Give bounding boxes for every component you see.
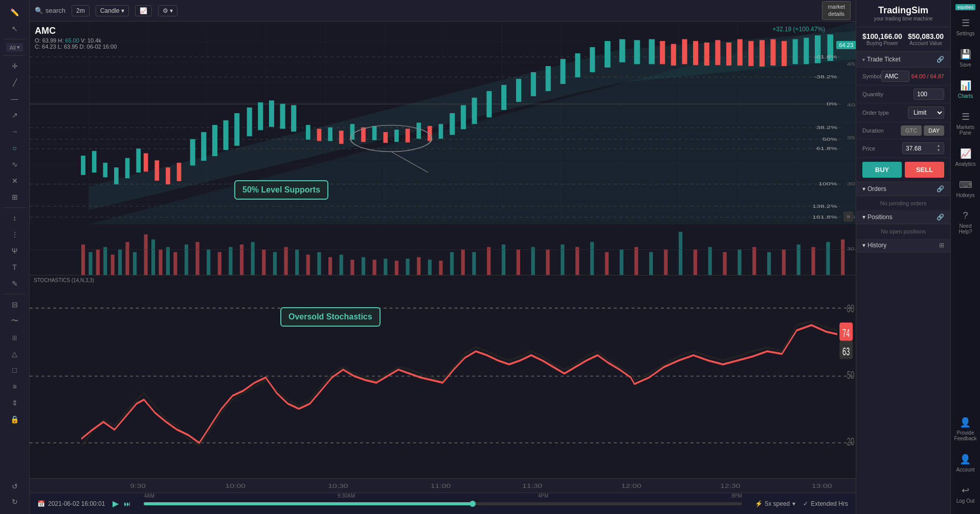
chart-type-button[interactable]: Candle ▾	[96, 5, 129, 16]
chart-svg-wrapper[interactable]: +32.19 (+100.47%) 64.23	[30, 22, 856, 224]
trade-ticket-link-icon[interactable]: 🔗	[937, 56, 944, 63]
cursor-tool[interactable]: ↖	[7, 22, 23, 36]
timeline-knob[interactable]	[470, 501, 476, 507]
redo-icon[interactable]: ↻	[7, 495, 23, 509]
sidebar-item-feedback[interactable]: 👤 ProvideFeedback	[954, 411, 977, 447]
ray-tool[interactable]: ↗	[7, 108, 23, 122]
price-up-arrow[interactable]: ▲	[937, 144, 941, 148]
note-tool[interactable]: ✎	[7, 276, 23, 291]
svg-rect-23	[190, 139, 195, 165]
sidebar-item-logout[interactable]: ↩ Log Out	[954, 479, 977, 510]
horizontal-line-tool[interactable]: —	[7, 92, 23, 106]
positions-collapse-icon[interactable]: ▾	[862, 213, 865, 221]
order-type-select[interactable]: Limit Market Stop	[908, 106, 944, 119]
price-down-arrow[interactable]: ▼	[937, 148, 941, 153]
history-collapse-icon[interactable]: ▾	[862, 242, 865, 249]
duration-buttons: GTC DAY	[901, 125, 944, 136]
undo-icon[interactable]: ↺	[7, 479, 23, 494]
speed-indicator[interactable]: ⚡ 5x speed ▾	[755, 500, 796, 507]
play-controls: ▶ ⏭	[113, 499, 131, 508]
svg-rect-30	[270, 101, 274, 127]
gtc-button[interactable]: GTC	[901, 125, 922, 136]
volume-label: V:	[81, 37, 87, 44]
analytics-icon: 📈	[960, 148, 971, 159]
fib-tool[interactable]: ↕	[7, 211, 23, 225]
sidebar-item-need-help[interactable]: ? NeedHelp?	[951, 204, 980, 241]
chart-style-button[interactable]: 📈	[135, 5, 152, 16]
price-range-tool[interactable]: ⇕	[7, 396, 23, 410]
open-value: 63.99	[42, 37, 57, 44]
positions-title: ▾ Positions	[862, 213, 893, 221]
svg-rect-143	[620, 250, 623, 275]
interval-button[interactable]: 2m	[72, 5, 90, 16]
svg-rect-14	[93, 151, 96, 172]
bar-pattern-tool[interactable]: ⫼	[7, 330, 23, 345]
sidebar-item-settings[interactable]: ☰ Settings	[951, 11, 980, 42]
search-label[interactable]: search	[46, 7, 65, 14]
all-tools-dropdown[interactable]: All ▾	[6, 43, 23, 52]
positions-empty: No open positions	[856, 224, 950, 239]
play-button[interactable]: ▶	[113, 499, 119, 508]
crosshair-icon[interactable]: ✛	[7, 59, 23, 73]
orders-collapse-icon[interactable]: ▾	[862, 185, 865, 192]
sidebar-item-account[interactable]: 👤 Account	[954, 447, 977, 479]
text-tool[interactable]: T	[7, 260, 23, 274]
chart-type-label: Candle	[100, 7, 120, 14]
market-details-button[interactable]: marketdetails	[822, 1, 851, 19]
stoch-svg: 80 50 20 74 63	[30, 275, 856, 478]
left-toolbar: ✏️ ↖ All ▾ ✛ ╱ — ↗ → ○ ∿ ✕ ⊞ ↕ ⋮ Ψ T ✎ ⊟…	[0, 0, 30, 514]
price-input[interactable]	[906, 145, 937, 152]
eraser-tool[interactable]: ✕	[7, 174, 23, 188]
parallel-tool[interactable]: ≡	[7, 379, 23, 394]
svg-rect-68	[738, 39, 742, 66]
current-price-tag: 64.23	[836, 41, 856, 49]
svg-rect-31	[280, 104, 285, 128]
svg-rect-117	[295, 250, 299, 275]
svg-rect-112	[240, 245, 243, 275]
sidebar-item-hotkeys[interactable]: ⌨ Hotkeys	[951, 173, 980, 204]
rect-tool[interactable]: □	[7, 363, 23, 377]
line-chart-icon: 📈	[140, 7, 147, 14]
day-button[interactable]: DAY	[924, 125, 944, 136]
svg-rect-109	[207, 250, 210, 275]
lock-icon[interactable]: 🔒	[7, 412, 23, 426]
collapse-icon[interactable]: ▾	[862, 57, 865, 62]
history-grid-icon[interactable]: ⊞	[939, 242, 944, 249]
svg-text:-61.8%: -61.8%	[814, 54, 837, 59]
line-tool[interactable]: ╱	[7, 75, 23, 90]
svg-rect-103	[151, 240, 155, 275]
svg-rect-156	[811, 247, 815, 275]
ellipse-tool[interactable]: ○	[7, 141, 23, 155]
channel-tool[interactable]: ⋮	[7, 227, 23, 242]
help-icon: ?	[963, 210, 968, 221]
expand-panel-button[interactable]: »	[843, 211, 853, 222]
pencil-tool[interactable]: ∿	[7, 157, 23, 172]
timeline-bar[interactable]	[144, 502, 742, 505]
sidebar-item-analytics[interactable]: 📈 Analytics	[951, 142, 980, 173]
positions-link-icon[interactable]: 🔗	[937, 213, 944, 221]
buy-button[interactable]: BUY	[862, 162, 902, 178]
measure-tool[interactable]: ⊞	[7, 190, 23, 204]
sidebar-item-save[interactable]: 💾 Save	[951, 42, 980, 74]
svg-rect-114	[262, 250, 265, 275]
extended-hrs[interactable]: ✓ Extended Hrs	[803, 500, 848, 507]
sell-button[interactable]: SELL	[905, 162, 944, 178]
feedback-icon: 👤	[960, 417, 971, 428]
arrow-tool[interactable]: →	[7, 124, 23, 139]
orders-link-icon[interactable]: 🔗	[937, 185, 944, 192]
sidebar-item-markets[interactable]: ☰ MarketsPane	[951, 105, 980, 142]
shape-tool[interactable]: △	[7, 347, 23, 361]
crosshair-tool[interactable]: ✏️	[7, 5, 23, 19]
search-area: 🔍 search	[35, 7, 65, 14]
wave-tool[interactable]: 〜	[7, 314, 23, 328]
chart-settings-button[interactable]: ⚙ ▾	[158, 5, 177, 16]
main-chart-svg[interactable]: -61.8% -38.2% 0% 38.2% 50% 61.8% 100% 13…	[30, 22, 856, 224]
svg-rect-106	[173, 252, 177, 275]
skip-forward-button[interactable]: ⏭	[124, 500, 131, 508]
pattern-tool[interactable]: ⊟	[7, 297, 23, 312]
svg-rect-50	[502, 85, 506, 110]
sidebar-item-charts[interactable]: 📊 Charts	[951, 74, 980, 105]
fork-tool[interactable]: Ψ	[7, 244, 23, 258]
symbol-input[interactable]	[881, 71, 909, 82]
quantity-input[interactable]	[914, 89, 944, 100]
